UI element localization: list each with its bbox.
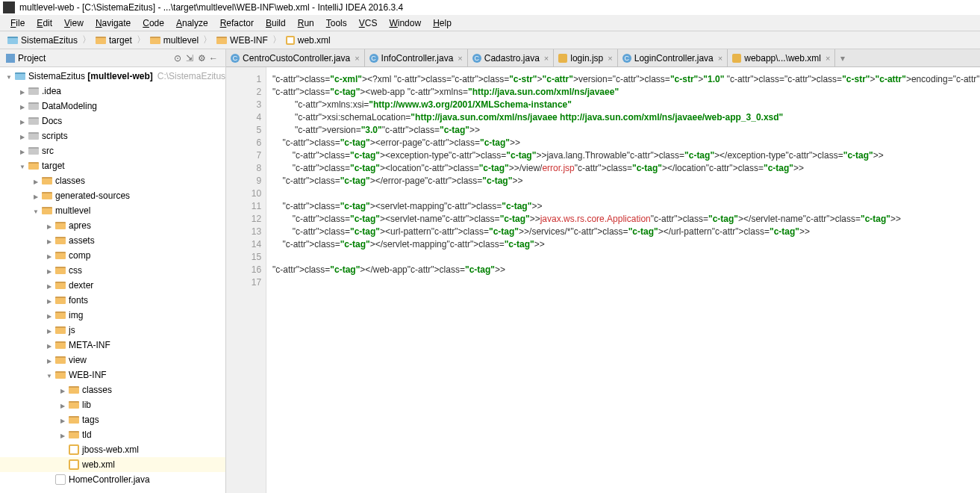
tree-row[interactable]: multlevel [0, 203, 225, 218]
chevron-down-icon[interactable] [31, 207, 40, 215]
chevron-right-icon[interactable] [58, 431, 67, 439]
tree-label: assets [69, 235, 95, 246]
menu-help[interactable]: Help [427, 16, 458, 30]
chevron-right-icon[interactable] [45, 311, 54, 320]
tree-row[interactable]: assets [0, 233, 225, 248]
chevron-right-icon[interactable] [31, 177, 40, 185]
menu-build[interactable]: Build [260, 16, 292, 30]
crumb-web-inf[interactable]: WEB-INF [213, 35, 271, 46]
tree-row[interactable]: SistemaEzitus [multlevel-web]C:\SistemaE… [0, 69, 225, 84]
chevron-right-icon[interactable] [45, 267, 54, 275]
chevron-down-icon[interactable] [45, 371, 54, 379]
editor-tab[interactable]: InfoController.java× [365, 49, 468, 66]
tree-row[interactable]: img [0, 308, 225, 323]
editor-tab[interactable]: LoginController.java× [618, 49, 728, 66]
chevron-right-icon[interactable] [58, 401, 67, 409]
tree-row[interactable]: WEB-INF [0, 368, 225, 382]
menu-run[interactable]: Run [292, 16, 320, 30]
editor-tab[interactable]: CentroCustoController.java× [226, 49, 365, 66]
tree-row[interactable]: fonts [0, 293, 225, 308]
project-icon [6, 54, 15, 63]
close-icon[interactable]: × [608, 54, 612, 63]
tab-overflow-icon[interactable]: ▾ [835, 49, 850, 66]
tree-row[interactable]: .idea [0, 84, 225, 99]
chevron-right-icon[interactable] [45, 356, 54, 365]
tree-row[interactable]: tags [0, 412, 225, 427]
chevron-right-icon[interactable] [45, 326, 54, 335]
menu-code[interactable]: Code [137, 16, 170, 30]
crumb-web.xml[interactable]: web.xml [283, 35, 334, 46]
tree-label: css [69, 265, 82, 276]
tree-row[interactable]: css [0, 263, 225, 278]
tree-row[interactable]: scripts [0, 128, 225, 143]
chevron-right-icon[interactable] [58, 386, 67, 394]
folder-icon [55, 326, 66, 334]
menu-edit[interactable]: Edit [31, 16, 58, 30]
tree-row[interactable]: Docs [0, 114, 225, 128]
close-icon[interactable]: × [458, 54, 462, 63]
expand-icon[interactable]: ⇲ [184, 53, 196, 63]
tree-row[interactable]: DataModeling [0, 99, 225, 114]
chevron-right-icon[interactable] [45, 222, 54, 230]
menu-analyze[interactable]: Analyze [170, 16, 214, 30]
tree-row[interactable]: apres [0, 218, 225, 233]
chevron-right-icon[interactable] [31, 192, 40, 200]
tree-label: SistemaEzitus [multlevel-web] [28, 71, 153, 81]
editor-tab[interactable]: webapp\...\web.xml× [728, 49, 835, 66]
chevron-right-icon[interactable] [18, 102, 27, 111]
tree-row[interactable]: view [0, 353, 225, 368]
close-icon[interactable]: × [718, 54, 722, 63]
tree-row[interactable]: classes [0, 173, 225, 188]
collapse-icon[interactable]: ← [207, 53, 219, 63]
tree-row[interactable]: web.xml [0, 457, 225, 472]
tree-row[interactable]: classes [0, 382, 225, 397]
tree-row[interactable]: jboss-web.xml [0, 442, 225, 457]
chevron-right-icon[interactable] [58, 416, 67, 424]
tree-row[interactable]: lib [0, 397, 225, 412]
chevron-right-icon[interactable] [18, 147, 27, 155]
editor-tab[interactable]: Cadastro.java× [468, 49, 554, 66]
class-icon [622, 54, 631, 63]
crumb-target[interactable]: target [93, 35, 135, 46]
project-tree[interactable]: SistemaEzitus [multlevel-web]C:\SistemaE… [0, 67, 225, 493]
chevron-down-icon[interactable] [4, 72, 13, 81]
tree-row[interactable]: comp [0, 248, 225, 263]
tree-row[interactable]: target [0, 158, 225, 173]
chevron-right-icon[interactable] [45, 252, 54, 260]
tree-row[interactable]: js [0, 323, 225, 338]
crumb-sistemaezitus[interactable]: SistemaEzitus [4, 35, 81, 46]
close-icon[interactable]: × [355, 54, 359, 63]
tree-row[interactable]: generated-sources [0, 188, 225, 203]
tree-row[interactable]: HomeController.java [0, 472, 225, 487]
editor-tab[interactable]: login.jsp× [554, 49, 617, 66]
tree-row[interactable]: src [0, 143, 225, 158]
menu-file[interactable]: File [4, 16, 31, 30]
chevron-right-icon[interactable] [45, 341, 54, 350]
code-editor[interactable]: "c-attr">class="c-xml"><?xml "c-attr">cl… [266, 67, 980, 493]
java-file-icon [55, 474, 66, 485]
menu-view[interactable]: View [58, 16, 90, 30]
chevron-down-icon[interactable] [18, 162, 27, 170]
chevron-right-icon[interactable] [45, 282, 54, 290]
menu-navigate[interactable]: Navigate [90, 16, 137, 30]
scroll-to-source-icon[interactable]: ⊙ [172, 53, 184, 63]
folder-icon [55, 341, 66, 349]
chevron-right-icon[interactable] [45, 297, 54, 305]
menu-window[interactable]: Window [383, 16, 427, 30]
settings-icon[interactable]: ⚙ [196, 53, 207, 63]
tree-row[interactable]: tld [0, 427, 225, 442]
menu-refactor[interactable]: Refactor [214, 16, 260, 30]
tree-row[interactable]: dexter [0, 278, 225, 293]
chevron-right-icon[interactable] [18, 132, 27, 140]
folder-icon [55, 282, 66, 289]
close-icon[interactable]: × [544, 54, 549, 63]
tree-row[interactable]: META-INF [0, 338, 225, 353]
chevron-right-icon[interactable] [18, 87, 27, 96]
close-icon[interactable]: × [825, 54, 830, 63]
crumb-multlevel[interactable]: multlevel [147, 35, 202, 46]
tree-label: target [42, 161, 65, 171]
chevron-right-icon[interactable] [18, 117, 27, 125]
menu-tools[interactable]: Tools [320, 16, 353, 30]
chevron-right-icon[interactable] [45, 237, 54, 245]
menu-vcs[interactable]: VCS [353, 16, 384, 30]
